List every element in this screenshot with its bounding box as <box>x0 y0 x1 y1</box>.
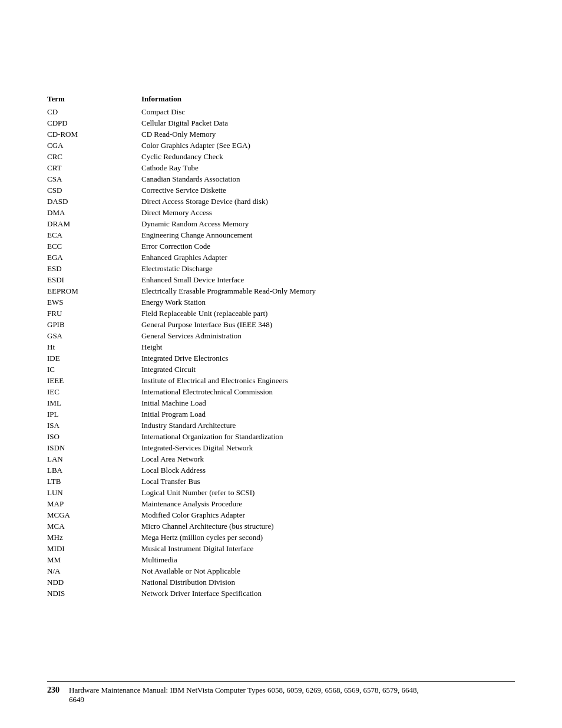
page-footer: 230 Hardware Maintenance Manual: IBM Net… <box>47 681 515 704</box>
info-cell: Enhanced Graphics Adapter <box>141 252 515 263</box>
term-column-header: Term <box>47 94 141 106</box>
table-row: ICIntegrated Circuit <box>47 364 515 375</box>
term-cell: NDIS <box>47 588 141 599</box>
info-cell: Not Available or Not Applicable <box>141 565 515 577</box>
table-row: LUNLogical Unit Number (refer to SCSI) <box>47 487 515 498</box>
info-cell: Electrostatic Discharge <box>141 263 515 274</box>
table-row: CRCCyclic Redundancy Check <box>47 151 515 162</box>
page-container: Term Information CDCompact DiscCDPDCellu… <box>0 0 562 634</box>
info-cell: Engineering Change Announcement <box>141 229 515 241</box>
info-cell: Electrically Erasable Programmable Read-… <box>141 285 515 297</box>
table-row: EGAEnhanced Graphics Adapter <box>47 252 515 263</box>
table-row: ISDNIntegrated-Services Digital Network <box>47 442 515 453</box>
table-row: CGAColor Graphics Adapter (See EGA) <box>47 140 515 151</box>
table-row: MIDIMusical Instrument Digital Interface <box>47 543 515 554</box>
term-cell: EWS <box>47 297 141 308</box>
table-row: EWSEnergy Work Station <box>47 297 515 308</box>
term-cell: LTB <box>47 476 141 487</box>
info-cell: Energy Work Station <box>141 297 515 308</box>
table-row: MCAMicro Channel Architecture (bus struc… <box>47 521 515 532</box>
table-row: IDEIntegrated Drive Electronics <box>47 353 515 364</box>
info-cell: International Electrotechnical Commissio… <box>141 386 515 397</box>
term-cell: CRT <box>47 162 141 173</box>
info-cell: Musical Instrument Digital Interface <box>141 543 515 554</box>
info-cell: General Purpose Interface Bus (IEEE 348) <box>141 319 515 330</box>
table-row: GPIBGeneral Purpose Interface Bus (IEEE … <box>47 319 515 330</box>
term-cell: ECC <box>47 241 141 252</box>
term-cell: MCGA <box>47 509 141 521</box>
table-row: IMLInitial Machine Load <box>47 397 515 409</box>
term-cell: MCA <box>47 521 141 532</box>
table-row: LANLocal Area Network <box>47 453 515 465</box>
term-cell: CSD <box>47 185 141 196</box>
term-cell: CGA <box>47 140 141 151</box>
footer-text: Hardware Maintenance Manual: IBM NetVist… <box>69 686 419 704</box>
info-cell: Multimedia <box>141 554 515 565</box>
table-row: MCGAModified Color Graphics Adapter <box>47 509 515 521</box>
term-cell: EEPROM <box>47 285 141 297</box>
term-cell: NDD <box>47 577 141 588</box>
term-cell: ECA <box>47 229 141 241</box>
table-row: DRAMDynamic Random Access Memory <box>47 218 515 229</box>
info-cell: Integrated Circuit <box>141 364 515 375</box>
term-cell: ESDI <box>47 274 141 285</box>
table-row: DASDDirect Access Storage Device (hard d… <box>47 196 515 207</box>
table-row: ECCError Correction Code <box>47 241 515 252</box>
info-cell: Direct Access Storage Device (hard disk) <box>141 196 515 207</box>
table-row: HtHeight <box>47 341 515 353</box>
term-cell: MIDI <box>47 543 141 554</box>
table-row: CDPDCellular Digital Packet Data <box>47 117 515 129</box>
info-cell: Canadian Standards Association <box>141 173 515 185</box>
info-cell: Mega Hertz (million cycles per second) <box>141 532 515 543</box>
info-cell: Local Transfer Bus <box>141 476 515 487</box>
term-cell: GSA <box>47 330 141 341</box>
term-cell: GPIB <box>47 319 141 330</box>
term-cell: IDE <box>47 353 141 364</box>
info-cell: Network Driver Interface Specification <box>141 588 515 599</box>
info-cell: Integrated-Services Digital Network <box>141 442 515 453</box>
table-row: ISOInternational Organization for Standa… <box>47 431 515 442</box>
term-cell: LUN <box>47 487 141 498</box>
info-cell: Local Block Address <box>141 465 515 476</box>
info-cell: Compact Disc <box>141 106 515 117</box>
table-row: ECAEngineering Change Announcement <box>47 229 515 241</box>
info-cell: International Organization for Standardi… <box>141 431 515 442</box>
term-cell: MAP <box>47 498 141 509</box>
info-cell: Color Graphics Adapter (See EGA) <box>141 140 515 151</box>
term-cell: DMA <box>47 207 141 218</box>
term-cell: LAN <box>47 453 141 465</box>
table-row: MHzMega Hertz (million cycles per second… <box>47 532 515 543</box>
table-row: CDCompact Disc <box>47 106 515 117</box>
term-cell: CDPD <box>47 117 141 129</box>
table-row: ISAIndustry Standard Architecture <box>47 420 515 431</box>
info-cell: Modified Color Graphics Adapter <box>141 509 515 521</box>
term-cell: ISDN <box>47 442 141 453</box>
term-cell: IPL <box>47 409 141 420</box>
table-row: NDISNetwork Driver Interface Specificati… <box>47 588 515 599</box>
info-cell: Logical Unit Number (refer to SCSI) <box>141 487 515 498</box>
term-cell: CRC <box>47 151 141 162</box>
table-row: IPLInitial Program Load <box>47 409 515 420</box>
term-cell: Ht <box>47 341 141 353</box>
term-cell: IEEE <box>47 375 141 386</box>
info-cell: Dynamic Random Access Memory <box>141 218 515 229</box>
info-cell: Cathode Ray Tube <box>141 162 515 173</box>
term-cell: MM <box>47 554 141 565</box>
page-number: 230 <box>47 686 59 695</box>
table-row: IEEEInstitute of Electrical and Electron… <box>47 375 515 386</box>
info-cell: Maintenance Analysis Procedure <box>141 498 515 509</box>
term-cell: ISA <box>47 420 141 431</box>
table-row: CSACanadian Standards Association <box>47 173 515 185</box>
table-row: IECInternational Electrotechnical Commis… <box>47 386 515 397</box>
info-cell: National Distribution Division <box>141 577 515 588</box>
info-cell: Cyclic Redundancy Check <box>141 151 515 162</box>
term-cell: CD <box>47 106 141 117</box>
term-cell: CD-ROM <box>47 129 141 140</box>
info-cell: Cellular Digital Packet Data <box>141 117 515 129</box>
term-cell: EGA <box>47 252 141 263</box>
info-cell: Integrated Drive Electronics <box>141 353 515 364</box>
term-cell: DASD <box>47 196 141 207</box>
term-cell: CSA <box>47 173 141 185</box>
info-cell: Field Replaceable Unit (replaceable part… <box>141 308 515 319</box>
term-cell: LBA <box>47 465 141 476</box>
